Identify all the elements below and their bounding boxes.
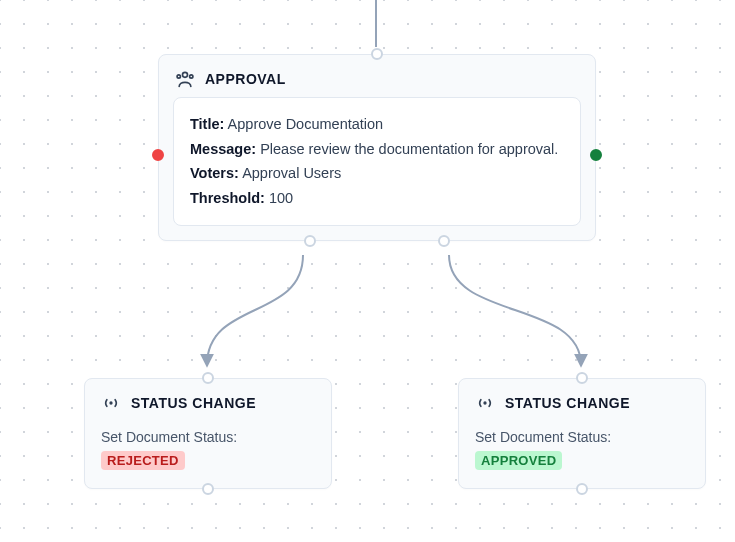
status-change-body: Set Document Status: APPROVED bbox=[459, 421, 705, 488]
handle-approve[interactable] bbox=[590, 149, 602, 161]
handle-out-right[interactable] bbox=[438, 235, 450, 247]
handle-in-top[interactable] bbox=[202, 372, 214, 384]
approval-header: APPROVAL bbox=[159, 55, 595, 97]
status-change-node-rejected[interactable]: STATUS CHANGE Set Document Status: REJEC… bbox=[84, 378, 332, 489]
approval-title: APPROVAL bbox=[205, 71, 286, 87]
approval-node[interactable]: APPROVAL Title: Approve Documentation Me… bbox=[158, 54, 596, 241]
workflow-canvas[interactable]: APPROVAL Title: Approve Documentation Me… bbox=[0, 0, 735, 542]
broadcast-icon bbox=[101, 393, 121, 413]
svg-point-2 bbox=[190, 75, 193, 78]
status-badge: APPROVED bbox=[475, 451, 562, 470]
field-message-label: Message: bbox=[190, 141, 256, 157]
field-title-label: Title: bbox=[190, 116, 224, 132]
status-change-header: STATUS CHANGE bbox=[85, 379, 331, 421]
status-caption: Set Document Status: bbox=[101, 429, 315, 445]
svg-point-1 bbox=[177, 75, 180, 78]
field-threshold-label: Threshold: bbox=[190, 190, 265, 206]
approval-details: Title: Approve Documentation Message: Pl… bbox=[173, 97, 581, 226]
handle-out-bottom[interactable] bbox=[576, 483, 588, 495]
svg-point-4 bbox=[483, 401, 486, 404]
field-voters-value: Approval Users bbox=[242, 165, 341, 181]
svg-point-0 bbox=[183, 72, 188, 77]
handle-reject[interactable] bbox=[152, 149, 164, 161]
status-change-title: STATUS CHANGE bbox=[505, 395, 630, 411]
status-change-header: STATUS CHANGE bbox=[459, 379, 705, 421]
handle-out-bottom[interactable] bbox=[202, 483, 214, 495]
svg-point-3 bbox=[109, 401, 112, 404]
status-change-body: Set Document Status: REJECTED bbox=[85, 421, 331, 488]
status-caption: Set Document Status: bbox=[475, 429, 689, 445]
field-voters-label: Voters: bbox=[190, 165, 239, 181]
status-change-title: STATUS CHANGE bbox=[131, 395, 256, 411]
handle-out-left[interactable] bbox=[304, 235, 316, 247]
status-change-node-approved[interactable]: STATUS CHANGE Set Document Status: APPRO… bbox=[458, 378, 706, 489]
field-threshold-value: 100 bbox=[269, 190, 293, 206]
handle-in-top[interactable] bbox=[371, 48, 383, 60]
handle-in-top[interactable] bbox=[576, 372, 588, 384]
status-badge: REJECTED bbox=[101, 451, 185, 470]
users-icon bbox=[175, 69, 195, 89]
field-title-value: Approve Documentation bbox=[228, 116, 384, 132]
field-message-value: Please review the documentation for appr… bbox=[260, 141, 558, 157]
broadcast-icon bbox=[475, 393, 495, 413]
